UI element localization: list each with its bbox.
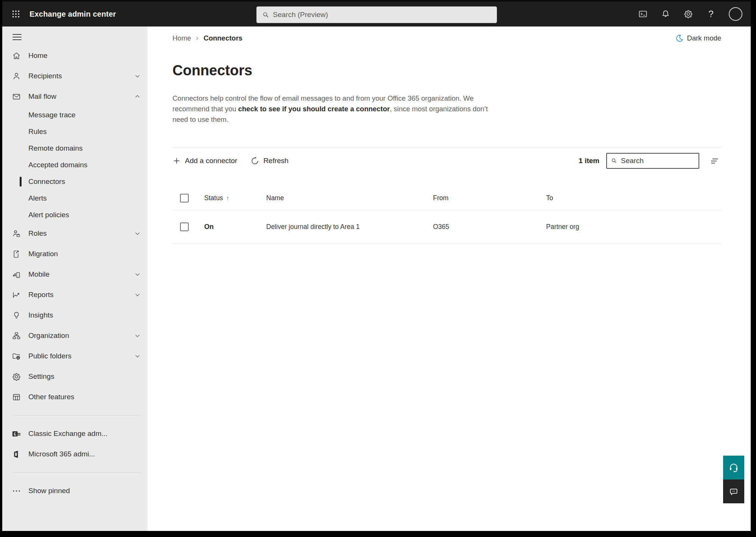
sidebar-item-label: Mobile: [28, 270, 50, 279]
sidebar-item-public-folders[interactable]: Public folders: [2, 346, 147, 366]
gear-icon: [12, 372, 21, 381]
sidebar-item-mobile[interactable]: Mobile: [2, 264, 147, 285]
svg-text:E: E: [14, 431, 16, 436]
sidebar-item-other-features[interactable]: Other features: [2, 387, 147, 407]
sidebar-item-label: Microsoft 365 admi...: [28, 450, 95, 458]
chevron-down-icon: [134, 353, 141, 360]
page-description: Connectors help control the flow of emai…: [172, 93, 492, 125]
search-icon: [611, 157, 617, 164]
sidebar-item-accepted-domains[interactable]: Accepted domains: [2, 157, 147, 173]
sidebar-divider: [12, 472, 141, 473]
refresh-icon: [251, 157, 259, 165]
cell-status: On: [204, 223, 266, 231]
sidebar-item-mail-flow[interactable]: Mail flow: [2, 86, 147, 107]
sidebar-item-label: Roles: [28, 229, 47, 238]
ellipsis-icon: [12, 487, 21, 495]
mobile-devices-icon: [12, 270, 21, 279]
search-icon: [262, 11, 269, 19]
breadcrumb: Home Connectors: [172, 34, 242, 42]
filter-icon[interactable]: [708, 154, 721, 167]
sidebar-item-label: Public folders: [28, 352, 71, 360]
sidebar-item-remote-domains[interactable]: Remote domains: [2, 140, 147, 157]
sidebar-item-migration[interactable]: Migration: [2, 244, 147, 264]
column-header-from[interactable]: From: [433, 194, 546, 202]
sidebar-item-label: Migration: [28, 250, 58, 258]
sidebar-item-classic-exchange[interactable]: E Classic Exchange adm...: [2, 423, 147, 444]
sidebar-item-home[interactable]: Home: [2, 45, 147, 66]
chevron-up-icon: [134, 93, 141, 100]
column-header-to[interactable]: To: [546, 194, 721, 202]
sidebar-item-connectors[interactable]: Connectors: [2, 173, 147, 190]
sidebar-item-recipients[interactable]: Recipients: [2, 66, 147, 86]
sidebar-item-show-pinned[interactable]: Show pinned: [2, 481, 147, 501]
select-all-checkbox[interactable]: [180, 194, 189, 202]
column-header-name[interactable]: Name: [266, 194, 433, 202]
dark-mode-toggle[interactable]: Dark mode: [675, 34, 721, 42]
sidebar-item-label: Organization: [28, 332, 69, 340]
sidebar-item-label: Recipients: [28, 72, 62, 80]
envelope-icon: [12, 92, 21, 101]
create-connector-link[interactable]: check to see if you should create a conn…: [238, 105, 390, 113]
plus-icon: [172, 157, 181, 165]
sidebar-item-rules[interactable]: Rules: [2, 123, 147, 140]
cell-from: O365: [433, 223, 546, 231]
sidebar-item-alerts[interactable]: Alerts: [2, 190, 147, 207]
dark-mode-label: Dark mode: [687, 34, 721, 42]
sidebar-item-label: Show pinned: [28, 487, 70, 495]
add-connector-button[interactable]: Add a connector: [172, 157, 237, 165]
classic-exchange-logo-icon: E: [12, 430, 21, 438]
list-search-input[interactable]: [621, 157, 695, 165]
table-row[interactable]: On Deliver journal directly to Area 1 O3…: [172, 210, 721, 244]
column-header-status[interactable]: Status ↑: [204, 194, 266, 202]
chevron-down-icon: [134, 271, 141, 278]
sidebar-item-settings[interactable]: Settings: [2, 366, 147, 387]
row-checkbox[interactable]: [180, 223, 189, 231]
main-content: Home Connectors Dark mode Connectors Con…: [147, 26, 751, 531]
chevron-down-icon: [134, 73, 141, 79]
sort-ascending-icon: ↑: [226, 195, 229, 202]
migration-document-icon: [12, 250, 21, 258]
app-title: Exchange admin center: [29, 10, 116, 19]
breadcrumb-home-link[interactable]: Home: [172, 34, 191, 42]
sidebar-item-organization[interactable]: Organization: [2, 325, 147, 346]
sidebar-item-alert-policies[interactable]: Alert policies: [2, 207, 147, 223]
connectors-table: Status ↑ Name From To On Deliver journal…: [172, 186, 721, 244]
cell-to: Partner org: [546, 223, 721, 231]
reports-chart-icon: [12, 291, 21, 299]
list-search[interactable]: [606, 153, 699, 169]
cell-name[interactable]: Deliver journal directly to Area 1: [266, 223, 433, 231]
list-toolbar: Add a connector Refresh 1 item: [172, 148, 721, 173]
floating-help-panel: [723, 456, 744, 503]
support-button[interactable]: [723, 456, 744, 479]
sidebar-item-message-trace[interactable]: Message trace: [2, 107, 147, 123]
help-icon[interactable]: ?: [706, 9, 716, 19]
global-search[interactable]: [256, 6, 497, 23]
sidebar-item-reports[interactable]: Reports: [2, 285, 147, 305]
global-search-input[interactable]: [273, 11, 491, 19]
settings-gear-icon[interactable]: [683, 9, 693, 19]
sidebar-nav: Home Recipients Mail flow: [2, 26, 147, 531]
lightbulb-icon: [12, 311, 21, 320]
notifications-bell-icon[interactable]: [661, 9, 671, 19]
sidebar-item-m365-admin[interactable]: Microsoft 365 admi...: [2, 444, 147, 464]
home-icon: [12, 51, 21, 60]
sidebar-divider: [12, 415, 141, 416]
chevron-down-icon: [134, 292, 141, 298]
microsoft-365-logo-icon: [12, 450, 21, 459]
powershell-icon[interactable]: [638, 9, 648, 19]
sidebar-item-roles[interactable]: Roles: [2, 223, 147, 244]
sidebar-item-label: Other features: [28, 393, 74, 401]
sidebar-item-label: Classic Exchange adm...: [28, 430, 107, 438]
app-launcher-icon[interactable]: [8, 6, 23, 22]
sidebar-item-insights[interactable]: Insights: [2, 305, 147, 325]
account-avatar[interactable]: [729, 7, 742, 21]
topbar: Exchange admin center: [2, 0, 751, 26]
table-header-row: Status ↑ Name From To: [172, 186, 721, 210]
nav-collapse-icon[interactable]: [12, 34, 22, 40]
item-count: 1 item: [579, 157, 599, 165]
org-chart-icon: [12, 332, 21, 340]
breadcrumb-current: Connectors: [203, 34, 242, 42]
chevron-down-icon: [134, 333, 141, 339]
refresh-button[interactable]: Refresh: [251, 157, 289, 165]
feedback-button[interactable]: [723, 479, 744, 503]
